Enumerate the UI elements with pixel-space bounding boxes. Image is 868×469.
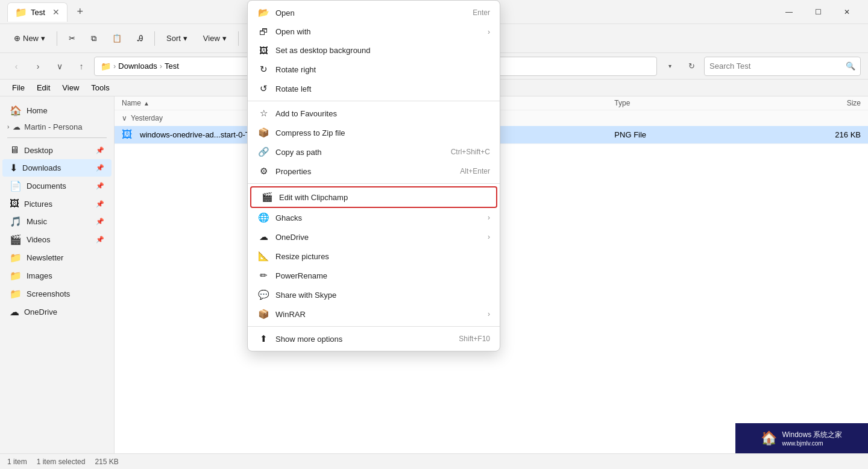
cm-rotate-right[interactable]: ↻ Rotate right [248,60,500,79]
sidebar-item-documents[interactable]: 📄 Documents 📌 [2,177,112,195]
sidebar-item-desktop[interactable]: 🖥 Desktop 📌 [2,142,112,159]
watermark: 🏠 Windows 系统之家 www.bjmlv.com [735,423,868,453]
new-dropdown-icon: ▾ [41,34,45,43]
cm-compress-zip[interactable]: 📦 Compress to Zip file [248,123,500,142]
menu-view[interactable]: View [57,82,84,93]
cm-copy-path[interactable]: 🔗 Copy as path Ctrl+Shift+C [248,142,500,162]
videos-icon: 🎬 [10,234,22,245]
paste-icon: 📋 [112,34,122,43]
sidebar-divider-1 [7,137,107,138]
breadcrumb-folder-icon: 📁 [101,61,111,71]
cloud-icon: ☁ [13,122,20,131]
sort-asc-icon: ▲ [143,100,149,107]
tab-label: Test [31,8,45,17]
sidebar-label-pictures: Pictures [24,200,52,209]
sidebar-label-newsletter: Newsletter [27,253,63,262]
back-button[interactable]: ‹ [7,57,25,75]
show-more-icon: ⬆ [257,333,269,344]
cm-rotate-left[interactable]: ↺ Rotate left [248,79,500,98]
file-type-cell: PNG File [614,130,762,139]
onedrive-icon: ☁ [10,306,19,318]
sidebar-item-onedrive[interactable]: ☁ OneDrive [2,303,112,321]
sidebar-item-home[interactable]: 🏠 Home [2,102,112,119]
cm-properties[interactable]: ⚙ Properties Alt+Enter [248,162,500,181]
sort-icon: ▾ [183,34,187,43]
breadcrumb-test[interactable]: Test [165,61,179,71]
menu-edit[interactable]: Edit [32,82,55,93]
cm-resize-pictures[interactable]: 📐 Resize pictures [248,247,500,266]
maximize-button[interactable]: ☐ [804,0,832,24]
cm-ghacks[interactable]: 🌐 Ghacks › [248,208,500,227]
cm-edit-clipchamp[interactable]: 🎬 Edit with Clipchamp [250,186,497,208]
sidebar-item-videos[interactable]: 🎬 Videos 📌 [2,231,112,248]
up-button[interactable]: ↑ [72,57,90,75]
status-bar: 1 item 1 item selected 215 KB [0,453,868,469]
images-icon: 📁 [10,270,22,282]
resize-icon: 📐 [257,251,269,262]
downloads-icon: ⬇ [10,162,17,174]
menu-file[interactable]: File [7,82,30,93]
forward-button[interactable]: › [29,57,47,75]
house-icon: 🏠 [761,430,777,446]
sidebar-item-screenshots[interactable]: 📁 Screenshots [2,285,112,303]
cm-open[interactable]: 📂 Open Enter [248,3,500,22]
cm-share-skype[interactable]: 💬 Share with Skype [248,285,500,304]
breadcrumb-dropdown-button[interactable]: ▾ [661,57,679,75]
skype-icon: 💬 [257,289,269,300]
sidebar-item-downloads[interactable]: ⬇ Downloads 📌 [2,159,112,177]
view-button[interactable]: View ▾ [197,31,233,46]
cm-powerrename[interactable]: ✏ PowerRename [248,266,500,285]
cut-button[interactable]: ✂ [62,31,82,46]
sidebar: 🏠 Home › ☁ Martin - Persona 🖥 Desktop 📌 … [0,96,115,469]
cm-onedrive[interactable]: ☁ OneDrive › [248,227,500,247]
section-chevron-icon: ∨ [122,114,127,122]
screenshots-icon: 📁 [10,288,22,300]
refresh-button[interactable]: ↻ [682,57,700,75]
cut-icon: ✂ [69,34,75,43]
explorer-tab[interactable]: 📁 Test ✕ [7,2,68,22]
cm-sep-2 [248,183,500,184]
new-button[interactable]: ⊕ New ▾ [7,31,52,46]
watermark-brand: Windows 系统之家 [782,430,842,440]
search-box[interactable]: 🔍 [704,57,861,76]
cm-winrar[interactable]: 📦 WinRAR › [248,304,500,324]
pin-icon-pictures: 📌 [96,200,104,208]
sidebar-item-pictures[interactable]: 🖼 Pictures 📌 [2,195,112,212]
rename-button[interactable]: Ꭿ [131,31,149,46]
col-header-type[interactable]: Type [614,99,762,107]
col-header-size[interactable]: Size [763,99,861,107]
cm-set-bg[interactable]: 🖼 Set as desktop background [248,41,500,60]
sort-button[interactable]: Sort ▾ [160,31,194,46]
pictures-icon: 🖼 [10,198,19,209]
powerrename-icon: ✏ [257,270,269,281]
rename-icon: Ꭿ [137,34,143,43]
ghacks-icon: 🌐 [257,212,269,223]
cm-open-with[interactable]: 🗗 Open with › [248,22,500,41]
clipchamp-icon: 🎬 [261,192,273,203]
menu-tools[interactable]: Tools [86,82,114,93]
close-button[interactable]: ✕ [833,0,861,24]
paste-button[interactable]: 📋 [105,31,128,46]
tab-close-button[interactable]: ✕ [52,7,60,17]
sidebar-item-images[interactable]: 📁 Images [2,267,112,285]
sidebar-label-persona: Martin - Persona [24,122,82,131]
sidebar-item-music[interactable]: 🎵 Music 📌 [2,213,112,230]
new-tab-button[interactable]: + [72,4,88,20]
copy-button[interactable]: ⧉ [84,31,103,46]
breadcrumb-downloads[interactable]: Downloads [118,61,157,71]
cm-show-more[interactable]: ⬆ Show more options Shift+F10 [248,329,500,348]
search-input[interactable] [709,61,842,71]
status-size: 215 KB [95,458,118,466]
sidebar-section-onedrive[interactable]: › ☁ Martin - Persona [0,120,114,134]
file-size-cell: 216 KB [763,130,861,139]
sort-label: Sort [166,34,181,43]
open-with-arrow-icon: › [488,28,490,36]
sidebar-label-desktop: Desktop [24,146,53,155]
expand-button[interactable]: ∨ [51,57,69,75]
status-selected: 1 item selected [37,458,86,466]
home-icon: 🏠 [10,105,22,116]
minimize-button[interactable]: — [775,0,803,24]
sidebar-label-downloads: Downloads [22,163,61,172]
cm-add-favourites[interactable]: ☆ Add to Favourites [248,104,500,123]
sidebar-item-newsletter[interactable]: 📁 Newsletter [2,249,112,266]
